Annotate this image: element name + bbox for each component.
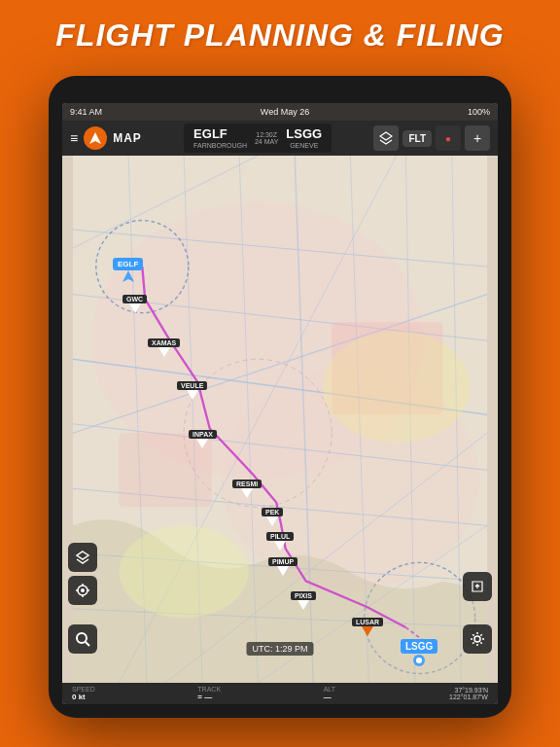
- svg-point-41: [77, 633, 87, 643]
- lsgg-label: LSGG: [401, 639, 438, 654]
- map-left-tools: [68, 543, 97, 605]
- waypoint-veule[interactable]: VEULE: [177, 381, 207, 400]
- xamas-triangle: [158, 347, 170, 357]
- inpax-label: INPAX: [189, 430, 217, 439]
- ipad-frame: 9:41 AM Wed May 26 100% ≡ MAP EGLF FARNB…: [49, 76, 511, 718]
- lat-coord: 37°19.93'N: [449, 687, 488, 694]
- waypoint-inpax[interactable]: INPAX: [189, 430, 217, 448]
- nav-right-buttons: FLT ● +: [373, 125, 490, 151]
- route-header[interactable]: EGLF FARNBOROUGH 12:30Z 24 MAY LSGG GENE…: [184, 124, 332, 153]
- route-info: 12:30Z 24 MAY: [255, 131, 278, 145]
- layers-button[interactable]: [373, 125, 399, 151]
- app-logo: [84, 126, 107, 150]
- origin-details: FARNBOROUGH: [193, 141, 247, 150]
- gwc-triangle: [129, 303, 141, 313]
- waypoint-lusar[interactable]: LUSAR: [352, 618, 383, 636]
- pimup-label: PIMUP: [268, 557, 298, 566]
- location-tool-button[interactable]: [68, 576, 97, 605]
- search-button[interactable]: [68, 624, 97, 654]
- bottom-bar: SPEED 0 kt TRACK = — ALT — 37°19.93'N 12…: [62, 683, 498, 704]
- status-date: Wed May 26: [261, 107, 309, 117]
- lusar-label: LUSAR: [352, 618, 383, 626]
- origin-airport: EGLF: [193, 126, 247, 141]
- layers-tool-button[interactable]: [68, 543, 97, 572]
- pek-label: PEK: [262, 508, 283, 516]
- waypoint-eglf[interactable]: EGLF: [113, 258, 143, 282]
- map-label: MAP: [113, 131, 142, 145]
- waypoint-pek[interactable]: PEK: [262, 508, 283, 526]
- resmi-label: RESMI: [232, 480, 262, 488]
- dest-details: GENEVE: [286, 141, 322, 150]
- speed-value: 0 kt: [72, 693, 86, 701]
- track-value: = —: [197, 693, 212, 701]
- alt-label: ALT: [324, 686, 335, 693]
- app-title: FLIGHT PLANNING & FILING: [0, 18, 560, 53]
- alt-value: —: [324, 693, 332, 701]
- inpax-triangle: [196, 439, 208, 448]
- settings-button[interactable]: [463, 624, 492, 654]
- pilul-label: PILUL: [266, 532, 294, 541]
- map-background: [62, 156, 498, 683]
- pilul-triangle: [274, 541, 286, 551]
- ipad-screen: 9:41 AM Wed May 26 100% ≡ MAP EGLF FARNB…: [62, 103, 498, 704]
- svg-point-34: [416, 658, 422, 663]
- speed-item: SPEED 0 kt: [72, 686, 197, 701]
- xamas-label: XAMAS: [148, 338, 180, 347]
- menu-icon[interactable]: ≡: [70, 130, 78, 146]
- lon-coord: 122°01.87'W: [449, 694, 488, 700]
- veule-triangle: [187, 390, 198, 400]
- svg-line-42: [86, 642, 89, 646]
- waypoint-gwc[interactable]: GWC: [122, 295, 147, 313]
- waypoint-pilul[interactable]: PILUL: [266, 532, 294, 551]
- pixis-triangle: [298, 600, 309, 610]
- status-time: 9:41 AM: [70, 107, 102, 117]
- map-area[interactable]: EGLF GWC XAMAS VEULE INPAX: [62, 156, 498, 683]
- app-title-area: FLIGHT PLANNING & FILING: [0, 18, 560, 53]
- coords-display: 37°19.93'N 122°01.87'W: [449, 687, 488, 700]
- map-right-tools: [463, 572, 492, 605]
- rec-button[interactable]: ●: [436, 125, 461, 151]
- nav-bar: ≡ MAP EGLF FARNBOROUGH 12:30Z 24 MAY: [62, 121, 498, 156]
- waypoint-resmi[interactable]: RESMI: [232, 480, 262, 498]
- waypoint-pixis[interactable]: PIXIS: [291, 591, 316, 610]
- export-button[interactable]: [463, 572, 492, 601]
- eglf-label: EGLF: [113, 258, 143, 270]
- waypoint-pimup[interactable]: PIMUP: [268, 557, 298, 576]
- add-button[interactable]: +: [465, 125, 490, 151]
- status-bar: 9:41 AM Wed May 26 100%: [62, 103, 498, 121]
- pimup-triangle: [277, 566, 289, 576]
- utc-label: UTC: 1:29 PM: [246, 642, 313, 656]
- lusar-triangle: [362, 626, 373, 636]
- track-label: TRACK: [197, 686, 221, 693]
- dest-airport: LSGG: [286, 126, 322, 141]
- pixis-label: PIXIS: [291, 591, 316, 600]
- track-item: TRACK = —: [197, 686, 323, 701]
- svg-marker-32: [122, 270, 134, 282]
- gwc-label: GWC: [122, 295, 147, 303]
- speed-label: SPEED: [72, 686, 95, 693]
- svg-point-30: [120, 525, 249, 618]
- pek-triangle: [266, 516, 278, 526]
- alt-item: ALT —: [324, 686, 449, 701]
- svg-marker-0: [89, 132, 101, 144]
- flt-button[interactable]: FLT: [402, 130, 432, 147]
- svg-point-43: [474, 636, 480, 642]
- svg-point-29: [323, 332, 471, 443]
- resmi-triangle: [241, 488, 253, 498]
- status-battery: 100%: [468, 107, 490, 117]
- waypoint-lsgg[interactable]: LSGG: [401, 639, 438, 667]
- waypoint-xamas[interactable]: XAMAS: [148, 338, 180, 357]
- veule-label: VEULE: [177, 381, 207, 390]
- svg-point-36: [81, 588, 85, 592]
